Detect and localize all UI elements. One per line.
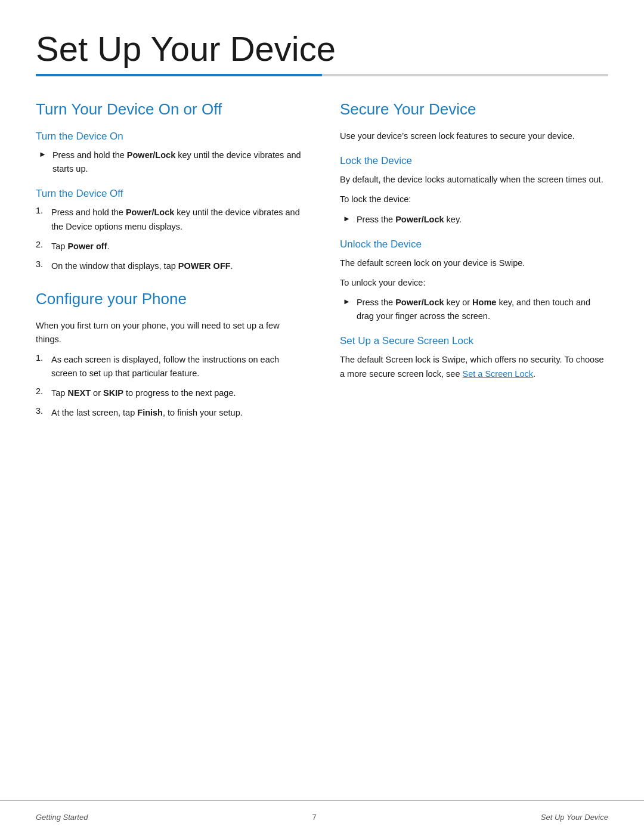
footer-right: Set Up Your Device — [541, 813, 608, 822]
two-column-layout: Turn Your Device On or Off Turn the Devi… — [36, 100, 608, 437]
secure-intro: Use your device’s screen lock features t… — [340, 129, 608, 143]
configure-phone-heading: Configure your Phone — [36, 290, 304, 308]
item-text: At the last screen, tap Finish, to finis… — [51, 406, 243, 420]
bullet-arrow-icon: ► — [39, 150, 47, 159]
list-item: 1. As each screen is displayed, follow t… — [36, 353, 304, 380]
unlock-text: Press the Power/Lock key or Home key, an… — [357, 296, 608, 323]
item-text: Tap NEXT or SKIP to progress to the next… — [51, 386, 236, 400]
list-number: 1. — [36, 206, 47, 215]
page-container: Set Up Your Device Turn Your Device On o… — [0, 0, 644, 484]
turn-device-heading: Turn Your Device On or Off — [36, 100, 304, 119]
list-number: 1. — [36, 353, 47, 363]
item-text: As each screen is displayed, follow the … — [51, 353, 304, 380]
turn-device-section: Turn Your Device On or Off Turn the Devi… — [36, 100, 304, 273]
secure-device-section: Secure Your Device Use your device’s scr… — [340, 100, 608, 381]
lock-note: To lock the device: — [340, 193, 608, 206]
lock-bullet: ► Press the Power/Lock key. — [340, 213, 608, 227]
lock-device-subsection: Lock the Device By default, the device l… — [340, 155, 608, 227]
turn-off-list: 1. Press and hold the Power/Lock key unt… — [36, 206, 304, 273]
turn-off-subsection: Turn the Device Off 1. Press and hold th… — [36, 188, 304, 273]
configure-intro: When you first turn on your phone, you w… — [36, 319, 304, 346]
item-text: Tap Power off. — [51, 240, 110, 253]
footer: Getting Started 7 Set Up Your Device — [0, 800, 644, 833]
list-number: 2. — [36, 386, 47, 396]
footer-page-number: 7 — [312, 813, 317, 822]
unlock-device-subsection: Unlock the Device The default screen loc… — [340, 239, 608, 324]
configure-phone-section: Configure your Phone When you first turn… — [36, 290, 304, 420]
turn-on-subsection: Turn the Device On ► Press and hold the … — [36, 131, 304, 176]
list-item: 2. Tap NEXT or SKIP to progress to the n… — [36, 386, 304, 400]
left-column: Turn Your Device On or Off Turn the Devi… — [36, 100, 304, 437]
list-number: 3. — [36, 406, 47, 416]
configure-list: 1. As each screen is displayed, follow t… — [36, 353, 304, 420]
lock-device-heading: Lock the Device — [340, 155, 608, 167]
list-item: 1. Press and hold the Power/Lock key unt… — [36, 206, 304, 233]
list-number: 2. — [36, 240, 47, 249]
item-text: Press and hold the Power/Lock key until … — [51, 206, 304, 233]
unlock-note: To unlock your device: — [340, 276, 608, 290]
turn-on-heading: Turn the Device On — [36, 131, 304, 143]
list-item: 3. On the window that displays, tap POWE… — [36, 259, 304, 273]
lock-text: Press the Power/Lock key. — [357, 213, 462, 227]
bullet-arrow-icon: ► — [343, 214, 351, 223]
turn-off-heading: Turn the Device Off — [36, 188, 304, 200]
bullet-arrow-icon: ► — [343, 297, 351, 306]
secure-screen-lock-text: The default Screen lock is Swipe, which … — [340, 353, 608, 380]
secure-device-heading: Secure Your Device — [340, 100, 608, 119]
unlock-device-heading: Unlock the Device — [340, 239, 608, 250]
right-column: Secure Your Device Use your device’s scr… — [340, 100, 608, 437]
set-screen-lock-link[interactable]: Set a Screen Lock — [463, 369, 534, 379]
unlock-bullet: ► Press the Power/Lock key or Home key, … — [340, 296, 608, 323]
lock-intro: By default, the device locks automatical… — [340, 173, 608, 187]
secure-screen-lock-subsection: Set Up a Secure Screen Lock The default … — [340, 335, 608, 380]
turn-on-bullet: ► Press and hold the Power/Lock key unti… — [36, 148, 304, 176]
list-item: 2. Tap Power off. — [36, 240, 304, 253]
footer-left: Getting Started — [36, 813, 88, 822]
list-item: 3. At the last screen, tap Finish, to fi… — [36, 406, 304, 420]
page-title: Set Up Your Device — [36, 30, 608, 68]
secure-screen-lock-heading: Set Up a Secure Screen Lock — [340, 335, 608, 347]
title-divider — [36, 74, 608, 76]
list-number: 3. — [36, 259, 47, 269]
item-text: On the window that displays, tap POWER O… — [51, 259, 233, 273]
turn-on-text: Press and hold the Power/Lock key until … — [52, 148, 304, 176]
unlock-intro: The default screen lock on your device i… — [340, 256, 608, 270]
